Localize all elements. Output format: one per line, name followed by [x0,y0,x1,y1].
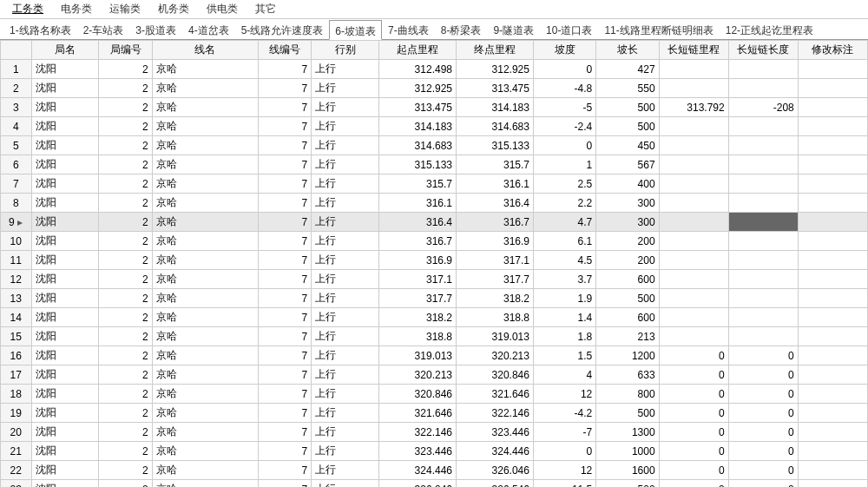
cell-juming[interactable]: 沈阳 [31,346,99,365]
cell-qidian[interactable]: 316.7 [379,232,457,251]
cell-xianbianhao[interactable]: 7 [258,480,311,488]
cell-cdllc[interactable] [659,60,728,79]
cell-zhongdian[interactable]: 316.4 [457,194,534,213]
cell-qidian[interactable]: 324.446 [379,461,457,480]
cell-qidian[interactable]: 320.846 [379,385,457,404]
cell-pochang[interactable]: 550 [596,79,659,98]
col-header-jubianhao[interactable]: 局编号 [99,41,152,60]
cell-xingbie[interactable]: 上行 [312,365,379,385]
cell-podu[interactable]: -4.2 [533,404,595,423]
cell-xianbianhao[interactable]: 7 [258,194,311,213]
cell-xgbz[interactable] [798,442,867,461]
cell-juming[interactable]: 沈阳 [31,79,99,98]
cell-xingbie[interactable]: 上行 [312,308,379,327]
cell-jubianhao[interactable]: 2 [99,136,152,155]
cell-juming[interactable]: 沈阳 [31,308,99,327]
cell-jubianhao[interactable]: 2 [99,60,152,79]
cell-xianming[interactable]: 京哈 [152,346,258,365]
cell-podu[interactable]: 4.7 [533,213,595,232]
cell-xianming[interactable]: 京哈 [152,136,258,155]
cell-cdlcd[interactable]: 0 [728,365,798,385]
cell-cdlcd[interactable] [728,79,798,98]
cell-xingbie[interactable]: 上行 [312,289,379,308]
cell-podu[interactable]: 1.9 [533,289,595,308]
cell-zhongdian[interactable]: 315.7 [457,155,534,174]
row-number[interactable]: 16 [1,346,32,365]
cell-xingbie[interactable]: 上行 [312,442,379,461]
col-header-xgbz[interactable]: 修改标注 [798,41,867,60]
cell-juming[interactable]: 沈阳 [31,174,99,194]
row-number[interactable]: 3 [1,98,32,117]
cell-pochang[interactable]: 1200 [596,346,659,365]
cell-cdlcd[interactable] [728,60,798,79]
cell-xianbianhao[interactable]: 7 [258,213,311,232]
cell-cdlcd[interactable]: 0 [728,480,798,488]
cell-xingbie[interactable]: 上行 [312,174,379,194]
cell-cdllc[interactable] [659,308,728,327]
row-number[interactable]: 19 [1,404,32,423]
top-tab-2[interactable]: 运输类 [101,0,149,18]
cell-podu[interactable]: 12 [533,461,595,480]
sub-tab-2[interactable]: 3-股道表 [129,19,182,39]
cell-zhongdian[interactable]: 319.013 [457,327,534,346]
cell-xianbianhao[interactable]: 7 [258,60,311,79]
row-number[interactable]: 2 [1,79,32,98]
cell-cdlcd[interactable] [728,213,798,232]
row-number[interactable]: 22 [1,461,32,480]
cell-juming[interactable]: 沈阳 [31,194,99,213]
cell-juming[interactable]: 沈阳 [31,98,99,117]
cell-jubianhao[interactable]: 2 [99,270,152,289]
sub-tab-4[interactable]: 5-线路允许速度表 [235,19,330,39]
cell-juming[interactable]: 沈阳 [31,423,99,442]
col-header-xingbie[interactable]: 行别 [312,41,379,60]
cell-juming[interactable]: 沈阳 [31,117,99,136]
cell-xianbianhao[interactable]: 7 [258,270,311,289]
cell-podu[interactable]: 2.2 [533,194,595,213]
row-number[interactable]: 11 [1,251,32,270]
cell-xianming[interactable]: 京哈 [152,480,258,488]
table-row[interactable]: 10沈阳2京哈7上行316.7316.96.1200 [1,232,868,251]
cell-qidian[interactable]: 317.7 [379,289,457,308]
cell-qidian[interactable]: 322.146 [379,423,457,442]
sub-tab-1[interactable]: 2-车站表 [77,19,130,39]
table-row[interactable]: 22沈阳2京哈7上行324.446326.04612160000 [1,461,868,480]
cell-xianbianhao[interactable]: 7 [258,251,311,270]
cell-zhongdian[interactable]: 316.7 [457,213,534,232]
cell-xgbz[interactable] [798,194,867,213]
cell-xianbianhao[interactable]: 7 [258,461,311,480]
cell-pochang[interactable]: 300 [596,194,659,213]
cell-pochang[interactable]: 500 [596,404,659,423]
cell-xingbie[interactable]: 上行 [312,251,379,270]
cell-pochang[interactable]: 1600 [596,461,659,480]
cell-xianbianhao[interactable]: 7 [258,232,311,251]
cell-xianbianhao[interactable]: 7 [258,79,311,98]
cell-cdllc[interactable]: 0 [659,423,728,442]
col-header-cdlcd[interactable]: 长短链长度 [728,41,798,60]
cell-podu[interactable]: -4.8 [533,79,595,98]
cell-zhongdian[interactable]: 315.133 [457,136,534,155]
cell-cdlcd[interactable]: 0 [728,442,798,461]
row-number[interactable]: 12 [1,270,32,289]
cell-jubianhao[interactable]: 2 [99,423,152,442]
sub-tab-11[interactable]: 12-正线起讫里程表 [720,19,819,39]
cell-xianbianhao[interactable]: 7 [258,155,311,174]
cell-cdllc[interactable]: 0 [659,385,728,404]
cell-cdlcd[interactable]: -208 [728,98,798,117]
cell-podu[interactable]: 3.7 [533,270,595,289]
cell-xianming[interactable]: 京哈 [152,442,258,461]
cell-pochang[interactable]: 300 [596,213,659,232]
cell-xianming[interactable]: 京哈 [152,308,258,327]
table-row[interactable]: 8沈阳2京哈7上行316.1316.42.2300 [1,194,868,213]
cell-xianming[interactable]: 京哈 [152,213,258,232]
col-header-xianming[interactable]: 线名 [152,41,258,60]
cell-jubianhao[interactable]: 2 [99,404,152,423]
cell-zhongdian[interactable]: 322.146 [457,404,534,423]
cell-xgbz[interactable] [798,79,867,98]
cell-cdllc[interactable]: 0 [659,404,728,423]
col-header-cdllc[interactable]: 长短链里程 [659,41,728,60]
data-grid-container[interactable]: 局名局编号线名线编号行别起点里程终点里程坡度坡长长短链里程长短链长度修改标注 1… [0,40,868,487]
cell-podu[interactable]: 1 [533,155,595,174]
cell-zhongdian[interactable]: 317.7 [457,270,534,289]
cell-cdllc[interactable] [659,155,728,174]
cell-cdlcd[interactable] [728,327,798,346]
